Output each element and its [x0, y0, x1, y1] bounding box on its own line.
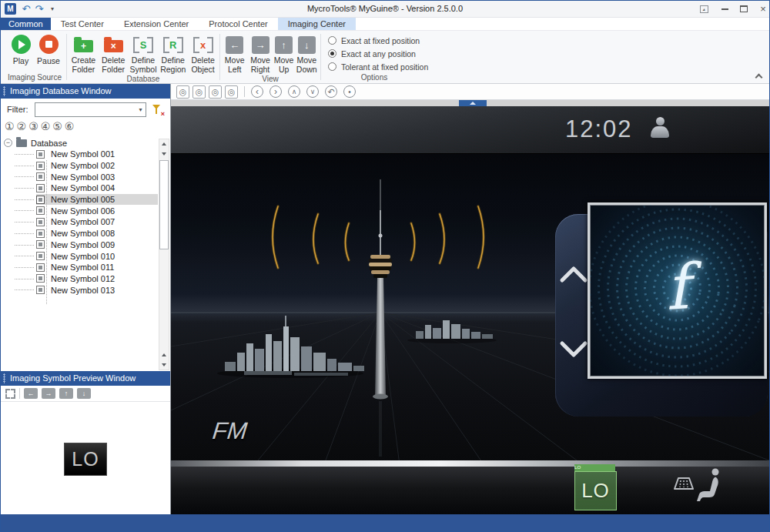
album-art: f: [588, 202, 767, 379]
scroll-down-icon[interactable]: [159, 360, 169, 370]
tree-item[interactable]: New Symbol 013: [36, 284, 158, 296]
view-mode-1-button[interactable]: [176, 85, 189, 99]
collapse-panel-tab[interactable]: [459, 100, 487, 106]
preview-move-right-button[interactable]: [42, 388, 55, 399]
define-region-label-2: Region: [160, 65, 186, 74]
create-folder-button[interactable]: + Create Folder: [69, 33, 98, 74]
close-button[interactable]: [755, 2, 770, 15]
page-4-button[interactable]: ④: [41, 120, 51, 132]
preview-move-left-button[interactable]: [24, 388, 38, 399]
left-city: [217, 316, 364, 378]
collapse-ribbon-icon[interactable]: [755, 72, 762, 79]
undo-icon[interactable]: [20, 2, 32, 15]
define-symbol-button[interactable]: S Define Symbol: [129, 33, 158, 74]
page-6-button[interactable]: ⑥: [65, 120, 75, 132]
preview-move-up-button[interactable]: [59, 388, 73, 399]
scrollbar-thumb[interactable]: [159, 160, 169, 249]
scroll-up-icon[interactable]: [159, 139, 169, 149]
reset-view-button[interactable]: [325, 85, 337, 98]
chrome-strip: [171, 460, 769, 467]
option-exact-fixed-position[interactable]: Exact at fixed position: [328, 36, 420, 45]
minimize-button[interactable]: [717, 2, 732, 15]
tree-item-label: New Symbol 012: [49, 274, 117, 283]
create-folder-label-2: Folder: [72, 65, 95, 74]
clock-text: 12:02: [565, 115, 633, 143]
page-number-row: ① ② ③ ④ ⑤ ⑥: [5, 120, 74, 132]
center-view-button[interactable]: [343, 85, 356, 98]
remote-display-view: 12:02 FM: [171, 106, 769, 514]
quick-access-dropdown-icon[interactable]: [46, 2, 59, 15]
play-icon: [12, 35, 31, 54]
symbol-node-icon: [36, 184, 45, 192]
maximize-button[interactable]: [736, 2, 752, 15]
tree-item[interactable]: New Symbol 008: [36, 228, 158, 239]
move-right-button[interactable]: Move Right: [248, 33, 272, 74]
tree-item[interactable]: New Symbol 003: [36, 171, 158, 182]
option-exact-any-position[interactable]: Exact at any position: [328, 49, 420, 59]
page-2-button[interactable]: ②: [17, 120, 27, 132]
view-mode-2-button[interactable]: [192, 85, 206, 99]
pause-button[interactable]: Pause: [35, 33, 62, 65]
tree-item[interactable]: New Symbol 009: [36, 239, 158, 251]
collapse-icon[interactable]: [4, 139, 12, 147]
filter-input[interactable]: [35, 102, 146, 117]
pan-down-button[interactable]: [306, 85, 319, 98]
fit-to-window-icon[interactable]: [5, 389, 15, 399]
pin-panel-button[interactable]: [696, 2, 711, 15]
tree-item[interactable]: New Symbol 006: [36, 205, 158, 216]
create-folder-label-1: Create: [72, 56, 96, 65]
move-down-button[interactable]: Move Down: [296, 33, 319, 74]
tree-item[interactable]: New Symbol 012: [36, 273, 158, 285]
delete-folder-label-1: Delete: [102, 56, 125, 65]
tree-item-selected[interactable]: New Symbol 005: [36, 194, 158, 206]
imaging-symbol-preview-window-header[interactable]: Imaging Symbol Preview Window: [1, 371, 170, 386]
tree-item[interactable]: New Symbol 011: [36, 262, 158, 273]
pan-up-button[interactable]: [288, 85, 300, 98]
match-overlay-tag: LO: [574, 464, 615, 471]
scroll-up-icon[interactable]: [159, 350, 169, 360]
move-up-button[interactable]: Move Up: [274, 33, 294, 74]
delete-object-label-2: Object: [191, 65, 214, 74]
move-right-label-2: Right: [251, 65, 270, 74]
tab-extension-center[interactable]: Extension Center: [114, 18, 199, 30]
page-5-button[interactable]: ⑤: [52, 120, 62, 132]
pan-right-button[interactable]: [270, 85, 282, 98]
tree-root-database[interactable]: Database: [4, 137, 158, 149]
tv-tower: [369, 179, 392, 457]
move-left-icon: [226, 36, 243, 54]
view-mode-4-button[interactable]: [225, 85, 238, 99]
imaging-database-window-header[interactable]: Imaging Database Window: [1, 84, 170, 99]
tab-test-center[interactable]: Test Center: [51, 18, 114, 30]
tree-item[interactable]: New Symbol 004: [36, 182, 158, 194]
tree-item[interactable]: New Symbol 002: [36, 160, 158, 172]
tree-scrollbar[interactable]: [159, 139, 169, 370]
delete-object-button[interactable]: x Delete Object: [189, 33, 217, 74]
option-tolerant-fixed-position[interactable]: Tolerant at fixed position: [328, 62, 420, 72]
match-overlay-region[interactable]: LO: [574, 471, 617, 510]
tree-item[interactable]: New Symbol 007: [36, 216, 158, 228]
move-up-label-2: Up: [279, 65, 289, 74]
app-logo-icon: M: [5, 3, 16, 15]
symbol-node-icon: [36, 206, 45, 215]
tab-protocol-center[interactable]: Protocol Center: [199, 18, 277, 30]
tab-common[interactable]: Common: [1, 18, 51, 30]
define-region-button[interactable]: R Define Region: [159, 33, 187, 74]
chevron-up-icon[interactable]: [558, 263, 589, 285]
preview-move-down-button[interactable]: [77, 388, 91, 399]
scroll-down-icon[interactable]: [159, 149, 169, 159]
move-left-button[interactable]: Move Left: [223, 33, 246, 74]
page-3-button[interactable]: ③: [28, 120, 38, 132]
tab-imaging-center[interactable]: Imaging Center: [278, 18, 356, 30]
redo-icon[interactable]: [33, 2, 45, 15]
chevron-down-icon[interactable]: [558, 339, 589, 360]
chevron-down-icon[interactable]: [136, 103, 146, 116]
pan-left-button[interactable]: [251, 85, 263, 98]
tree-item[interactable]: New Symbol 001: [36, 149, 158, 160]
play-button[interactable]: Play: [8, 33, 34, 65]
view-mode-3-button[interactable]: [209, 85, 222, 99]
move-down-icon: [298, 36, 316, 54]
clear-filter-icon[interactable]: [152, 104, 164, 115]
tree-item[interactable]: New Symbol 010: [36, 250, 158, 262]
page-1-button[interactable]: ①: [5, 120, 15, 132]
delete-folder-button[interactable]: × Delete Folder: [99, 33, 128, 74]
